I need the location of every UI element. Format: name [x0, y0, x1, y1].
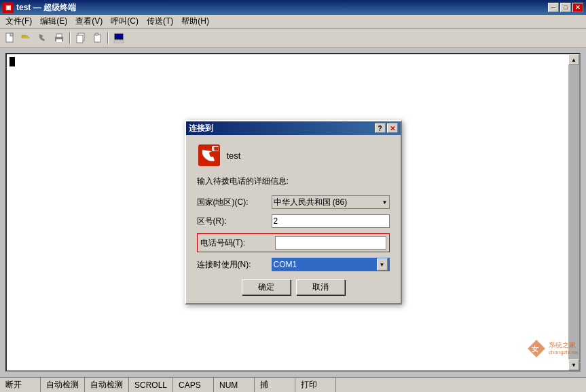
- dialog-help-button[interactable]: ?: [375, 123, 386, 133]
- dialog-title-bar: 连接到 ? ✕: [186, 121, 401, 135]
- dialog-title: 连接到: [189, 123, 375, 134]
- connect-select[interactable]: COM1 ▼: [272, 258, 390, 271]
- form-row-area: 区号(R):: [197, 214, 390, 228]
- status-disconnect: 断开: [0, 378, 41, 392]
- toolbar-separator-2: [107, 32, 109, 44]
- watermark: 女 系统之家 chongzhi.na: [527, 339, 578, 358]
- svg-rect-11: [114, 41, 124, 43]
- country-select-arrow: ▼: [382, 199, 388, 205]
- svg-rect-8: [95, 33, 98, 35]
- svg-rect-7: [94, 35, 100, 42]
- window-title: test — 超级终端: [16, 2, 548, 14]
- dialog-app-icon: ☎: [197, 143, 221, 168]
- country-select-value: 中华人民共和国 (86): [274, 197, 348, 208]
- phone-input-wrapper[interactable]: [275, 236, 386, 250]
- form-row-phone: 电话号码(T):: [197, 233, 390, 252]
- menu-call[interactable]: 呼叫(C): [107, 14, 143, 28]
- dialog-icon-row: ☎ test: [197, 143, 390, 168]
- connect-select-arrow[interactable]: ▼: [377, 258, 388, 271]
- dialog-close-button[interactable]: ✕: [387, 123, 398, 133]
- connect-select-control[interactable]: COM1 ▼: [272, 258, 390, 271]
- paste-button[interactable]: [90, 31, 105, 45]
- toolbar: [0, 28, 586, 47]
- dialog-title-buttons: ? ✕: [375, 123, 398, 133]
- svg-rect-6: [77, 35, 83, 43]
- title-bar-buttons: ─ □ ✕: [548, 3, 583, 12]
- status-bar: 断开 自动检测 自动检测 SCROLL CAPS NUM 捕 打印: [0, 377, 586, 392]
- menu-help[interactable]: 帮助(H): [177, 14, 213, 28]
- print-button[interactable]: [52, 31, 67, 45]
- status-autodetect2: 自动检测: [85, 378, 129, 392]
- label-area: 区号(R):: [197, 216, 272, 227]
- connect-select-value: COM1: [274, 260, 297, 269]
- svg-text:女: 女: [531, 345, 539, 353]
- country-select-control[interactable]: 中华人民共和国 (86) ▼: [272, 195, 390, 209]
- toolbar-separator-1: [69, 32, 71, 44]
- dialog-app-name: test: [227, 151, 241, 161]
- watermark-line1: 系统之家: [549, 340, 578, 349]
- form-row-connect: 连接时使用(N): COM1 ▼: [197, 258, 390, 271]
- ok-button[interactable]: 确定: [242, 279, 291, 295]
- menu-view[interactable]: 查看(V): [71, 14, 107, 28]
- dialog-buttons: 确定 取消: [197, 279, 390, 295]
- country-select[interactable]: 中华人民共和国 (86) ▼: [272, 195, 390, 209]
- menu-transfer[interactable]: 传送(T): [143, 14, 177, 28]
- svg-rect-1: [10, 33, 13, 36]
- status-caps: CAPS: [173, 378, 214, 392]
- connect-dialog: 连接到 ? ✕ ☎: [185, 120, 402, 305]
- minimize-button[interactable]: ─: [548, 3, 559, 12]
- form-row-country: 国家(地区)(C): 中华人民共和国 (86) ▼: [197, 195, 390, 209]
- phone-button[interactable]: [35, 31, 50, 45]
- menu-bar: 文件(F) 编辑(E) 查看(V) 呼叫(C) 传送(T) 帮助(H): [0, 15, 586, 28]
- watermark-line2: chongzhi.na: [549, 349, 578, 356]
- status-scroll: SCROLL: [129, 378, 173, 392]
- menu-file[interactable]: 文件(F): [1, 14, 36, 28]
- open-button[interactable]: [19, 31, 34, 45]
- label-connect: 连接时使用(N):: [197, 259, 272, 271]
- svg-rect-3: [56, 34, 62, 37]
- status-autodetect1: 自动检测: [41, 378, 85, 392]
- main-area: ▲ ▼ 连接到 ? ✕: [0, 47, 586, 377]
- maximize-button[interactable]: □: [560, 3, 571, 12]
- area-input[interactable]: [272, 214, 390, 228]
- dialog-body: ☎ test 输入待拨电话的详细信息: 国家(地区)(C): 中华人民共和国 (…: [186, 135, 401, 303]
- properties-button[interactable]: [111, 31, 126, 45]
- status-num: NUM: [214, 378, 255, 392]
- status-capture: 捕: [255, 378, 295, 392]
- label-country: 国家(地区)(C):: [197, 197, 272, 208]
- phone-input[interactable]: [275, 236, 386, 250]
- menu-edit[interactable]: 编辑(E): [36, 14, 71, 28]
- svg-text:☎: ☎: [213, 146, 219, 151]
- svg-rect-4: [56, 39, 62, 42]
- cancel-button[interactable]: 取消: [296, 279, 345, 295]
- app-icon: ▣: [3, 2, 14, 13]
- svg-rect-10: [115, 34, 123, 39]
- dialog-overlay: 连接到 ? ✕ ☎: [0, 47, 586, 377]
- status-print: 打印: [295, 378, 336, 392]
- label-phone: 电话号码(T):: [200, 237, 275, 249]
- new-button[interactable]: [3, 31, 18, 45]
- close-button[interactable]: ✕: [572, 3, 583, 12]
- title-bar: ▣ test — 超级终端 ─ □ ✕: [0, 0, 586, 15]
- area-input-wrapper[interactable]: [272, 214, 390, 228]
- copy-button[interactable]: [73, 31, 88, 45]
- dialog-description: 输入待拨电话的详细信息:: [197, 176, 390, 187]
